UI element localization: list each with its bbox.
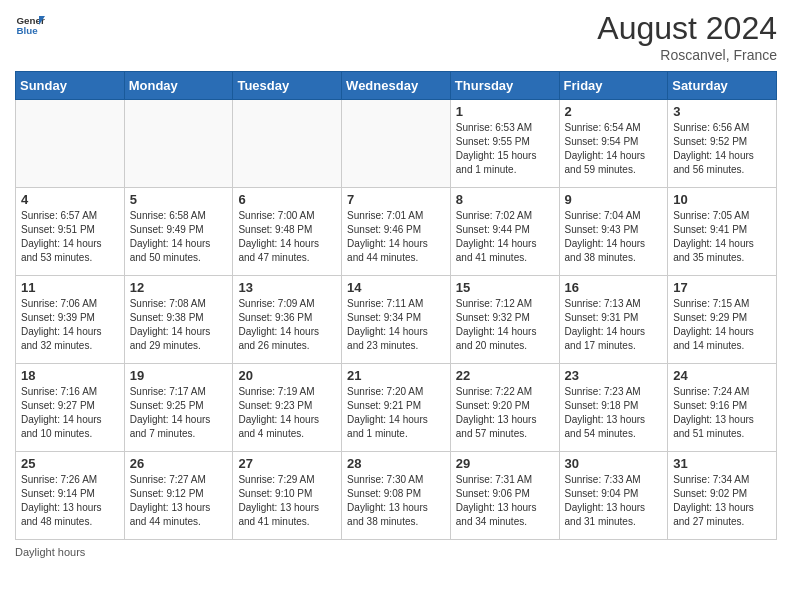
- calendar-cell: 15Sunrise: 7:12 AM Sunset: 9:32 PM Dayli…: [450, 276, 559, 364]
- day-number: 7: [347, 192, 445, 207]
- calendar-cell: 26Sunrise: 7:27 AM Sunset: 9:12 PM Dayli…: [124, 452, 233, 540]
- calendar-cell: 29Sunrise: 7:31 AM Sunset: 9:06 PM Dayli…: [450, 452, 559, 540]
- day-info: Sunrise: 7:26 AM Sunset: 9:14 PM Dayligh…: [21, 473, 119, 529]
- calendar-cell: 13Sunrise: 7:09 AM Sunset: 9:36 PM Dayli…: [233, 276, 342, 364]
- day-info: Sunrise: 6:57 AM Sunset: 9:51 PM Dayligh…: [21, 209, 119, 265]
- day-number: 27: [238, 456, 336, 471]
- calendar-cell: 1Sunrise: 6:53 AM Sunset: 9:55 PM Daylig…: [450, 100, 559, 188]
- day-info: Sunrise: 7:23 AM Sunset: 9:18 PM Dayligh…: [565, 385, 663, 441]
- calendar-cell: 9Sunrise: 7:04 AM Sunset: 9:43 PM Daylig…: [559, 188, 668, 276]
- day-header-wednesday: Wednesday: [342, 72, 451, 100]
- calendar-cell: 16Sunrise: 7:13 AM Sunset: 9:31 PM Dayli…: [559, 276, 668, 364]
- calendar-cell: 30Sunrise: 7:33 AM Sunset: 9:04 PM Dayli…: [559, 452, 668, 540]
- calendar-header-row: SundayMondayTuesdayWednesdayThursdayFrid…: [16, 72, 777, 100]
- day-info: Sunrise: 7:19 AM Sunset: 9:23 PM Dayligh…: [238, 385, 336, 441]
- day-info: Sunrise: 7:11 AM Sunset: 9:34 PM Dayligh…: [347, 297, 445, 353]
- calendar-cell: [233, 100, 342, 188]
- calendar-cell: [16, 100, 125, 188]
- day-info: Sunrise: 7:09 AM Sunset: 9:36 PM Dayligh…: [238, 297, 336, 353]
- day-number: 10: [673, 192, 771, 207]
- calendar-cell: 27Sunrise: 7:29 AM Sunset: 9:10 PM Dayli…: [233, 452, 342, 540]
- day-info: Sunrise: 7:27 AM Sunset: 9:12 PM Dayligh…: [130, 473, 228, 529]
- calendar-table: SundayMondayTuesdayWednesdayThursdayFrid…: [15, 71, 777, 540]
- logo-icon: General Blue: [15, 10, 45, 40]
- day-number: 3: [673, 104, 771, 119]
- calendar-cell: 8Sunrise: 7:02 AM Sunset: 9:44 PM Daylig…: [450, 188, 559, 276]
- day-number: 15: [456, 280, 554, 295]
- day-info: Sunrise: 7:34 AM Sunset: 9:02 PM Dayligh…: [673, 473, 771, 529]
- day-number: 5: [130, 192, 228, 207]
- calendar-cell: 5Sunrise: 6:58 AM Sunset: 9:49 PM Daylig…: [124, 188, 233, 276]
- day-number: 11: [21, 280, 119, 295]
- calendar-week-1: 1Sunrise: 6:53 AM Sunset: 9:55 PM Daylig…: [16, 100, 777, 188]
- logo: General Blue: [15, 10, 45, 40]
- calendar-cell: 31Sunrise: 7:34 AM Sunset: 9:02 PM Dayli…: [668, 452, 777, 540]
- day-number: 30: [565, 456, 663, 471]
- location: Roscanvel, France: [597, 47, 777, 63]
- day-header-thursday: Thursday: [450, 72, 559, 100]
- day-info: Sunrise: 7:08 AM Sunset: 9:38 PM Dayligh…: [130, 297, 228, 353]
- day-info: Sunrise: 7:17 AM Sunset: 9:25 PM Dayligh…: [130, 385, 228, 441]
- calendar-week-3: 11Sunrise: 7:06 AM Sunset: 9:39 PM Dayli…: [16, 276, 777, 364]
- footer-note: Daylight hours: [15, 546, 777, 558]
- day-number: 2: [565, 104, 663, 119]
- day-info: Sunrise: 7:16 AM Sunset: 9:27 PM Dayligh…: [21, 385, 119, 441]
- calendar-cell: 22Sunrise: 7:22 AM Sunset: 9:20 PM Dayli…: [450, 364, 559, 452]
- day-header-friday: Friday: [559, 72, 668, 100]
- calendar-cell: 20Sunrise: 7:19 AM Sunset: 9:23 PM Dayli…: [233, 364, 342, 452]
- day-info: Sunrise: 7:29 AM Sunset: 9:10 PM Dayligh…: [238, 473, 336, 529]
- calendar-cell: [124, 100, 233, 188]
- day-info: Sunrise: 6:58 AM Sunset: 9:49 PM Dayligh…: [130, 209, 228, 265]
- calendar-cell: 2Sunrise: 6:54 AM Sunset: 9:54 PM Daylig…: [559, 100, 668, 188]
- calendar-cell: 6Sunrise: 7:00 AM Sunset: 9:48 PM Daylig…: [233, 188, 342, 276]
- calendar-cell: 3Sunrise: 6:56 AM Sunset: 9:52 PM Daylig…: [668, 100, 777, 188]
- calendar-cell: [342, 100, 451, 188]
- day-header-sunday: Sunday: [16, 72, 125, 100]
- day-header-tuesday: Tuesday: [233, 72, 342, 100]
- day-number: 26: [130, 456, 228, 471]
- calendar-cell: 23Sunrise: 7:23 AM Sunset: 9:18 PM Dayli…: [559, 364, 668, 452]
- calendar-cell: 19Sunrise: 7:17 AM Sunset: 9:25 PM Dayli…: [124, 364, 233, 452]
- day-number: 22: [456, 368, 554, 383]
- day-number: 13: [238, 280, 336, 295]
- day-number: 17: [673, 280, 771, 295]
- calendar-cell: 10Sunrise: 7:05 AM Sunset: 9:41 PM Dayli…: [668, 188, 777, 276]
- calendar-cell: 4Sunrise: 6:57 AM Sunset: 9:51 PM Daylig…: [16, 188, 125, 276]
- day-info: Sunrise: 7:31 AM Sunset: 9:06 PM Dayligh…: [456, 473, 554, 529]
- day-number: 23: [565, 368, 663, 383]
- calendar-cell: 18Sunrise: 7:16 AM Sunset: 9:27 PM Dayli…: [16, 364, 125, 452]
- day-number: 28: [347, 456, 445, 471]
- day-info: Sunrise: 7:06 AM Sunset: 9:39 PM Dayligh…: [21, 297, 119, 353]
- day-info: Sunrise: 7:33 AM Sunset: 9:04 PM Dayligh…: [565, 473, 663, 529]
- day-info: Sunrise: 7:01 AM Sunset: 9:46 PM Dayligh…: [347, 209, 445, 265]
- day-number: 9: [565, 192, 663, 207]
- day-number: 6: [238, 192, 336, 207]
- calendar-cell: 7Sunrise: 7:01 AM Sunset: 9:46 PM Daylig…: [342, 188, 451, 276]
- day-number: 20: [238, 368, 336, 383]
- title-block: August 2024 Roscanvel, France: [597, 10, 777, 63]
- day-number: 14: [347, 280, 445, 295]
- day-number: 8: [456, 192, 554, 207]
- day-number: 31: [673, 456, 771, 471]
- day-header-monday: Monday: [124, 72, 233, 100]
- day-header-saturday: Saturday: [668, 72, 777, 100]
- day-number: 16: [565, 280, 663, 295]
- calendar-cell: 11Sunrise: 7:06 AM Sunset: 9:39 PM Dayli…: [16, 276, 125, 364]
- calendar-cell: 28Sunrise: 7:30 AM Sunset: 9:08 PM Dayli…: [342, 452, 451, 540]
- svg-text:Blue: Blue: [17, 25, 39, 36]
- calendar-cell: 12Sunrise: 7:08 AM Sunset: 9:38 PM Dayli…: [124, 276, 233, 364]
- calendar-cell: 21Sunrise: 7:20 AM Sunset: 9:21 PM Dayli…: [342, 364, 451, 452]
- day-info: Sunrise: 7:04 AM Sunset: 9:43 PM Dayligh…: [565, 209, 663, 265]
- day-info: Sunrise: 7:05 AM Sunset: 9:41 PM Dayligh…: [673, 209, 771, 265]
- day-info: Sunrise: 6:53 AM Sunset: 9:55 PM Dayligh…: [456, 121, 554, 177]
- day-info: Sunrise: 7:02 AM Sunset: 9:44 PM Dayligh…: [456, 209, 554, 265]
- calendar-cell: 25Sunrise: 7:26 AM Sunset: 9:14 PM Dayli…: [16, 452, 125, 540]
- day-number: 21: [347, 368, 445, 383]
- day-number: 1: [456, 104, 554, 119]
- day-info: Sunrise: 7:20 AM Sunset: 9:21 PM Dayligh…: [347, 385, 445, 441]
- month-year: August 2024: [597, 10, 777, 47]
- day-info: Sunrise: 6:56 AM Sunset: 9:52 PM Dayligh…: [673, 121, 771, 177]
- day-info: Sunrise: 7:24 AM Sunset: 9:16 PM Dayligh…: [673, 385, 771, 441]
- calendar-cell: 17Sunrise: 7:15 AM Sunset: 9:29 PM Dayli…: [668, 276, 777, 364]
- day-number: 18: [21, 368, 119, 383]
